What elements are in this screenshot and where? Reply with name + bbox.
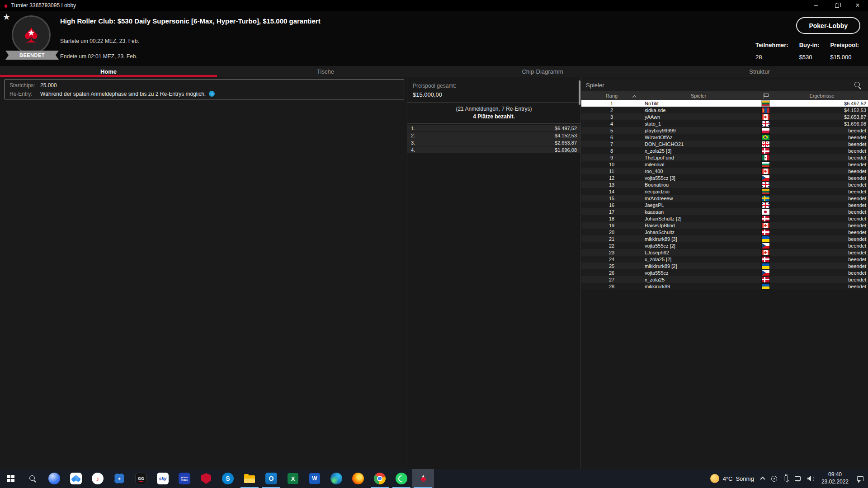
taskbar-sky-go[interactable]: sky (152, 469, 174, 488)
volume-icon[interactable] (807, 476, 815, 481)
player-row[interactable]: 16JaegsPLbeendet (581, 202, 868, 208)
taskbar-skype[interactable]: S (217, 469, 239, 488)
taskbar-file-explorer[interactable] (239, 469, 260, 488)
skype-icon: S (222, 473, 234, 484)
player-row[interactable]: 12vojta555cz [3]beendet (581, 174, 868, 181)
player-row[interactable]: 22vojta555cz [2]beendet (581, 242, 868, 249)
player-row[interactable]: 3yAAwn$2.653,87 (581, 113, 868, 120)
payout-amount: $1.696,08 (555, 147, 577, 153)
player-row[interactable]: 7DON_CHICHO21beendet (581, 141, 868, 147)
player-row[interactable]: 21mikkirurk89 [3]beendet (581, 235, 868, 242)
flag-cell (755, 135, 776, 140)
taskbar-word[interactable]: W (304, 469, 326, 488)
reentry-value: Während der späten Anmeldephase sind bis… (40, 90, 206, 98)
flag-cell (755, 101, 776, 106)
taskbar-apple-music[interactable] (87, 469, 108, 488)
favorite-star-icon[interactable] (3, 12, 10, 22)
player-row[interactable]: 11roo_400beendet (581, 168, 868, 174)
window-restore-button[interactable] (826, 0, 847, 11)
weather-widget[interactable]: 4°C Sonnig (710, 474, 754, 483)
player-row[interactable]: 15mrAndreeewbeendet (581, 195, 868, 202)
player-row[interactable]: 25mikkirurk89 [2]beendet (581, 263, 868, 269)
player-row[interactable]: 20JohanSchultzbeendet (581, 229, 868, 235)
prizepool-total-value: $15.000,00 (413, 91, 575, 98)
clock[interactable]: 09:40 23.02.2022 (821, 471, 849, 485)
taskbar-chrome[interactable] (369, 469, 391, 488)
player-name: mrAndreeew (642, 196, 755, 201)
column-header-player[interactable]: Spieler (642, 93, 755, 99)
player-row[interactable]: 5playboy99999beendet (581, 127, 868, 134)
bg-flag-icon (762, 162, 769, 167)
player-row[interactable]: 8x_zola25 [3]beendet (581, 147, 868, 154)
network-icon[interactable] (795, 476, 801, 481)
player-result: beendet (776, 182, 868, 188)
lt-flag-icon (762, 189, 769, 194)
tournament-stats: Teilnehmer:28Buy-in:$530Preispool:$15.00… (755, 42, 859, 61)
taskbar-ggpoker[interactable]: GG (130, 469, 152, 488)
taskbar-mcafee[interactable] (195, 469, 217, 488)
player-row[interactable]: 6WizardOffAzbeendet (581, 134, 868, 141)
window-minimize-button[interactable] (806, 0, 826, 11)
player-rank: 8 (581, 148, 642, 154)
player-search-input[interactable] (581, 80, 868, 91)
taskbar-poker-cards[interactable] (108, 469, 130, 488)
player-row[interactable]: 9TheLipoFundbeendet (581, 154, 868, 161)
player-rank: 27 (581, 277, 642, 282)
player-row[interactable]: 26vojta555czbeendet (581, 269, 868, 276)
dk-flag-icon (762, 277, 769, 282)
taskbar-excel[interactable]: X (282, 469, 304, 488)
taskbar-prime-video[interactable]: prime video (174, 469, 195, 488)
player-row[interactable]: 1NoTilit$6.497,52 (581, 100, 868, 107)
player-row[interactable]: 28mikkirurk89beendet (581, 283, 868, 290)
taskbar-search[interactable] (22, 469, 43, 488)
taskbar-pokerstars[interactable] (412, 469, 434, 488)
player-row[interactable]: 13Bounatiroubeendet (581, 181, 868, 188)
player-row[interactable]: 24x_zola25 [2]beendet (581, 256, 868, 263)
player-row[interactable]: 10milennialbeendet (581, 161, 868, 168)
flag-cell (755, 243, 776, 249)
taskbar-edge[interactable] (326, 469, 347, 488)
column-header-results[interactable]: Ergebnisse (776, 93, 868, 99)
player-row[interactable]: 17kaaeaanbeendet (581, 208, 868, 215)
stat-preispool-: Preispool:$15.000 (830, 42, 859, 61)
icloud-icon (70, 473, 82, 484)
taskbar-signal[interactable] (43, 469, 65, 488)
taskbar-outlook[interactable]: O (260, 469, 282, 488)
taskbar-firefox[interactable] (347, 469, 369, 488)
player-name: WizardOffAz (642, 135, 755, 140)
taskbar-whatsapp[interactable] (391, 469, 412, 488)
window-close-button[interactable] (847, 0, 868, 11)
tab-struktur[interactable]: Struktur (651, 66, 868, 77)
action-center-icon[interactable] (857, 476, 863, 481)
player-row[interactable]: 4stato_1$1.696,08 (581, 120, 868, 127)
column-header-rank[interactable]: Rang (581, 93, 642, 99)
info-icon[interactable] (209, 91, 215, 97)
word-icon: W (309, 473, 320, 484)
tab-chip-diagramm[interactable]: Chip-Diagramm (434, 66, 651, 77)
flag-cell (755, 169, 776, 174)
player-row[interactable]: 18JohanSchultz [2]beendet (581, 215, 868, 222)
tab-label: Home (100, 68, 117, 75)
pokerstars-icon (417, 473, 429, 484)
poker-lobby-button[interactable]: Poker-Lobby (796, 17, 860, 34)
jp-flag-icon (762, 209, 769, 215)
player-name: mikkirurk89 (642, 284, 755, 289)
usb-icon[interactable] (784, 476, 788, 481)
search-icon (29, 475, 36, 482)
ua-flag-icon (762, 263, 769, 269)
column-header-flag[interactable] (755, 93, 776, 99)
tab-home[interactable]: Home (0, 66, 217, 77)
meet-now-icon[interactable] (771, 476, 777, 482)
player-row[interactable]: 14necgaidziaibeendet (581, 188, 868, 195)
scrollbar-thumb[interactable] (579, 80, 580, 105)
player-row[interactable]: 19RaiseUpBlindbeendet (581, 222, 868, 229)
taskbar-icloud[interactable] (65, 469, 87, 488)
tab-tische[interactable]: Tische (217, 66, 434, 77)
taskbar-apps: GGskyprime videoSOXW (0, 469, 434, 488)
player-row[interactable]: 27x_zola25beendet (581, 276, 868, 283)
player-row[interactable]: 2sidka.sde$4.152,53 (581, 107, 868, 113)
taskbar-start[interactable] (0, 469, 22, 488)
show-hidden-icons-chevron[interactable] (760, 477, 765, 482)
player-row[interactable]: 23LJoseph62beendet (581, 249, 868, 256)
search-icon[interactable] (854, 82, 862, 89)
